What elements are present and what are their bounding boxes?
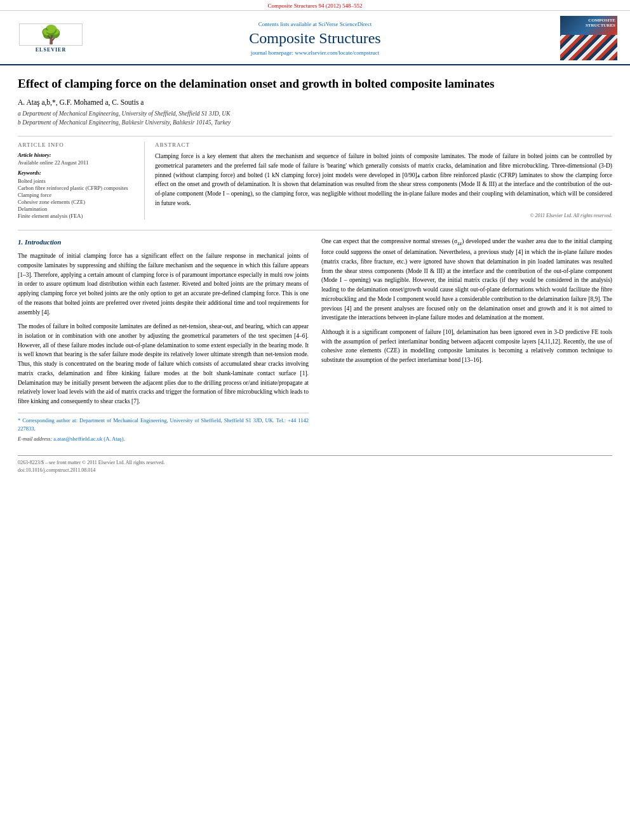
right-para-2: Although it is a significant component o… [321, 328, 612, 365]
abstract-text: Clamping force is a key element that alt… [155, 152, 612, 208]
abstract-column: ABSTRACT Clamping force is a key element… [145, 142, 612, 220]
journal-center: Contents lists available at SciVerse Sci… [89, 21, 541, 56]
keyword-4: Cohesive zone elements (CZE) [18, 199, 134, 205]
abstract-label: ABSTRACT [155, 142, 612, 148]
intro-heading: 1. Introduction [18, 237, 309, 248]
doi-line: doi:10.1016/j.compstruct.2011.08.014 [18, 467, 612, 473]
authors-text: A. Ataş a,b,*, G.F. Mohamed a, C. Soutis… [18, 98, 144, 106]
corresponding-box: * Corresponding author at: Department of… [18, 413, 309, 444]
elsevier-logo-image: 🌳 [19, 23, 83, 46]
body-col-right: One can expect that the compressive norm… [321, 237, 612, 445]
affil-a: a Department of Mechanical Engineering, … [18, 109, 612, 118]
elsevier-text: ELSEVIER [36, 47, 66, 53]
corresponding-note: * Corresponding author at: Department of… [18, 417, 309, 433]
history-label: Article history: [18, 152, 134, 158]
keyword-3: Clamping force [18, 192, 134, 198]
composite-logo: COMPOSITESTRUCTURES [560, 16, 617, 60]
issn-line: 0263-8223/$ – see front matter © 2011 El… [18, 460, 612, 465]
available-online: Available online 22 August 2011 [18, 159, 134, 166]
composite-logo-stripes [560, 35, 617, 60]
elsevier-tree-icon: 🌳 [40, 26, 62, 44]
keyword-5: Delamination [18, 206, 134, 212]
affiliations: a Department of Mechanical Engineering, … [18, 109, 612, 128]
article-info-label: ARTICLE INFO [18, 142, 134, 148]
article-info-abstract-section: ARTICLE INFO Article history: Available … [18, 136, 612, 220]
copyright: © 2011 Elsevier Ltd. All rights reserved… [155, 213, 612, 218]
sciverse-line: Contents lists available at SciVerse Sci… [89, 21, 541, 27]
journal-top-bar: Composite Structures 94 (2012) 548–552 [0, 0, 630, 11]
section-divider [18, 230, 612, 230]
keywords-label: Keywords: [18, 170, 134, 176]
elsevier-logo-area: 🌳 ELSEVIER [13, 23, 89, 53]
article-info-column: ARTICLE INFO Article history: Available … [18, 142, 145, 220]
email-link[interactable]: a.atas@sheffield.ac.uk [53, 436, 102, 442]
affil-b: b Department of Mechanical Engineering, … [18, 118, 612, 127]
body-col-left: 1. Introduction The magnitude of initial… [18, 237, 309, 445]
body-section: 1. Introduction The magnitude of initial… [18, 237, 612, 445]
main-content: Effect of clamping force on the delamina… [0, 65, 630, 488]
journal-citation: Composite Structures 94 (2012) 548–552 [268, 3, 363, 9]
keyword-6: Finite element analysis (FEA) [18, 213, 134, 219]
journal-title: Composite Structures [89, 30, 541, 47]
composite-logo-area: COMPOSITESTRUCTURES [541, 16, 617, 60]
paper-footer: 0263-8223/$ – see front matter © 2011 El… [18, 455, 612, 473]
right-para-1: One can expect that the compressive norm… [321, 237, 612, 323]
keyword-1: Bolted joints [18, 178, 134, 184]
keyword-2: Carbon fibre reinforced plastic (CFRP) c… [18, 185, 134, 191]
intro-para-1: The magnitude of initial clamping force … [18, 251, 309, 317]
composite-logo-text: COMPOSITESTRUCTURES [586, 18, 615, 29]
paper-title: Effect of clamping force on the delamina… [18, 76, 612, 92]
email-line: E-mail address: a.atas@sheffield.ac.uk (… [18, 435, 309, 443]
intro-para-2: The modes of failure in bolted composite… [18, 322, 309, 406]
journal-homepage: journal homepage: www.elsevier.com/locat… [89, 50, 541, 56]
authors-line: A. Ataş a,b,*, G.F. Mohamed a, C. Soutis… [18, 98, 612, 106]
journal-header: 🌳 ELSEVIER Contents lists available at S… [0, 11, 630, 65]
elsevier-logo: 🌳 ELSEVIER [13, 23, 89, 53]
